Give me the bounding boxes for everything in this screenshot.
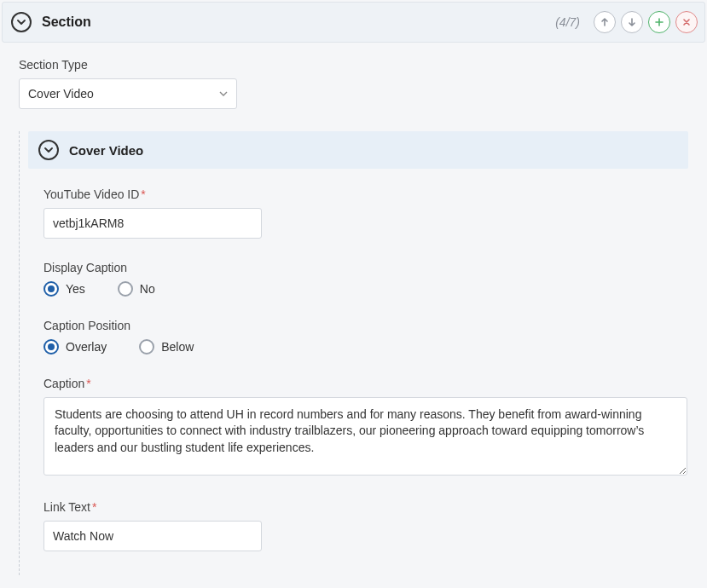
required-marker: *	[92, 500, 96, 514]
radio-icon	[139, 339, 154, 355]
section-body: Section Type Cover Video Cover Video You…	[0, 43, 707, 575]
caption-position-label: Caption Position	[43, 319, 688, 332]
radio-label-below: Below	[161, 340, 194, 354]
move-down-button[interactable]	[621, 11, 643, 33]
display-caption-no[interactable]: No	[118, 281, 155, 297]
link-text-input[interactable]	[43, 521, 262, 551]
radio-icon	[43, 339, 59, 355]
radio-icon	[118, 281, 133, 297]
subsection-body: YouTube Video ID* Display Caption Yes No	[20, 169, 688, 551]
radio-label-no: No	[140, 282, 155, 296]
display-caption-yes[interactable]: Yes	[43, 281, 85, 297]
required-marker: *	[141, 187, 145, 201]
section-type-select[interactable]: Cover Video	[19, 78, 237, 109]
field-caption: Caption*	[43, 377, 688, 478]
field-caption-position: Caption Position Overlay Below	[43, 319, 688, 355]
section-title: Section	[42, 14, 91, 30]
chevron-down-icon	[44, 146, 53, 154]
subsection-collapse-toggle[interactable]	[38, 140, 59, 160]
field-section-type: Section Type Cover Video	[19, 58, 688, 109]
add-section-button[interactable]	[648, 11, 670, 33]
subsection-header: Cover Video	[28, 131, 688, 169]
caption-position-below[interactable]: Below	[139, 339, 194, 355]
subsection-panel: Cover Video YouTube Video ID* Display Ca…	[19, 131, 688, 575]
youtube-id-input[interactable]	[43, 208, 262, 239]
subsection-title: Cover Video	[69, 143, 143, 158]
caption-position-overlay[interactable]: Overlay	[43, 339, 107, 355]
field-youtube-id: YouTube Video ID*	[43, 187, 688, 239]
move-up-button[interactable]	[594, 11, 616, 33]
link-text-label: Link Text*	[43, 500, 688, 514]
required-marker: *	[86, 377, 90, 390]
section-type-value: Cover Video	[28, 87, 94, 101]
display-caption-label: Display Caption	[43, 261, 688, 274]
caret-down-icon	[219, 87, 228, 101]
arrow-down-icon	[627, 17, 637, 27]
arrow-up-icon	[600, 17, 610, 27]
youtube-id-label: YouTube Video ID*	[43, 187, 688, 201]
close-icon	[681, 17, 692, 27]
radio-label-yes: Yes	[66, 282, 85, 296]
caption-label: Caption*	[43, 377, 688, 390]
collapse-toggle[interactable]	[11, 12, 32, 32]
section-type-label: Section Type	[19, 58, 688, 72]
remove-section-button[interactable]	[675, 11, 698, 33]
radio-label-overlay: Overlay	[66, 340, 107, 354]
section-header: Section (4/7)	[2, 2, 705, 43]
field-display-caption: Display Caption Yes No	[43, 261, 688, 297]
chevron-down-icon	[17, 18, 26, 26]
section-counter: (4/7)	[555, 15, 580, 29]
caption-textarea[interactable]	[43, 397, 687, 476]
plus-icon	[654, 17, 664, 27]
radio-icon	[43, 281, 59, 297]
field-link-text: Link Text*	[43, 500, 688, 551]
